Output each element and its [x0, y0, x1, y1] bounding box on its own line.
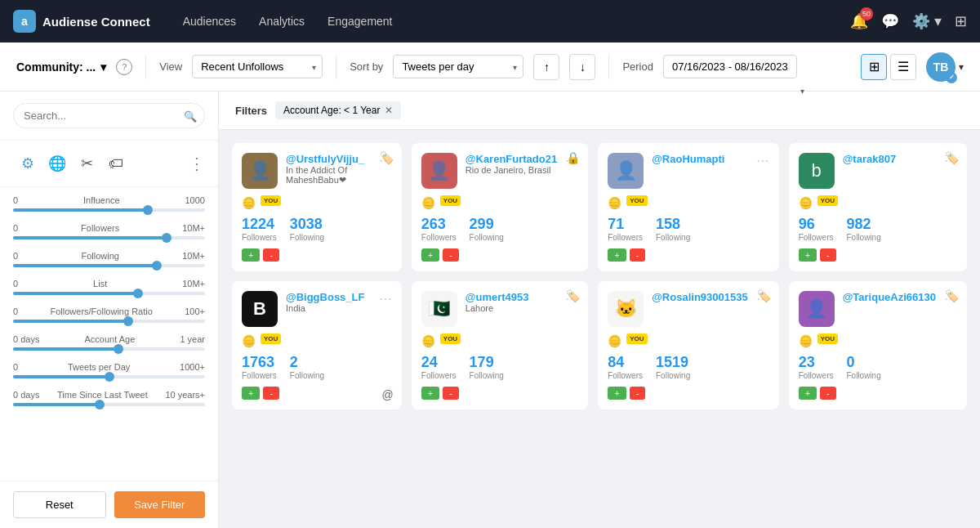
followers-label: Followers [799, 233, 834, 242]
notifications-button[interactable]: 🔔 50 [850, 12, 868, 30]
save-filter-button[interactable]: Save Filter [114, 491, 206, 518]
user-avatar[interactable]: TB ✓ [926, 52, 956, 82]
globe-icon[interactable]: 🌐 [42, 149, 72, 178]
followers-min: 0 [13, 223, 18, 233]
sort-select[interactable]: Tweets per day [393, 55, 523, 78]
ratio-thumb[interactable] [123, 316, 133, 326]
card: 👤 @RaoHumapti ⋯ 🪙 YOU 71 Followers 158 F [598, 143, 778, 271]
action-red-button[interactable]: - [443, 248, 459, 262]
followers-stat: 84 Followers [608, 354, 643, 380]
filter-tag-remove-icon[interactable]: ✕ [385, 105, 393, 116]
view-select[interactable]: Recent Unfollows [192, 55, 323, 78]
account-age-label: Account Age [85, 334, 136, 344]
followers-thumb[interactable] [162, 233, 172, 243]
card-header: 👤 @TariqueAzi66130 ⋯ [799, 291, 957, 327]
card-handle[interactable]: @umert4953 [466, 291, 557, 303]
card-actions: + - [799, 387, 957, 400]
grid-view-button[interactable]: ⊞ [861, 54, 887, 80]
divider-3 [608, 55, 609, 79]
action-green-button[interactable]: + [608, 387, 626, 400]
card: 🏷️ 👤 @TariqueAzi66130 ⋯ 🪙 YOU 23 Followe… [789, 281, 967, 409]
settings-button[interactable]: ⚙️ ▾ [912, 12, 942, 30]
tweets-per-day-slider-row: 0 Tweets per Day 1000+ [13, 362, 205, 378]
action-red-button[interactable]: - [630, 248, 646, 262]
logo-area[interactable]: a Audiense Connect [13, 10, 150, 33]
last-tweet-thumb[interactable] [95, 400, 105, 409]
card-handle[interactable]: @UrstfulyVijju_ [286, 153, 371, 165]
you-badge: YOU [261, 195, 281, 206]
at-icon: @ [382, 388, 394, 401]
card: 🏷️ b @tarak807 ⋯ 🪙 YOU 96 Followers [789, 143, 967, 271]
you-badge-row: 🪙 YOU [799, 195, 957, 209]
ratio-label: Followers/Following Ratio [51, 307, 153, 316]
card-header: b @tarak807 ⋯ [799, 153, 957, 189]
you-badge: YOU [626, 333, 647, 344]
action-green-button[interactable]: + [608, 248, 626, 262]
card-handle[interactable]: @RaoHumapti [652, 153, 747, 165]
influence-max: 1000 [185, 195, 205, 205]
scissors-icon[interactable]: ✂ [72, 149, 101, 178]
card-menu-icon[interactable]: ⋯ [379, 291, 392, 307]
you-badge-row: 🪙 YOU [608, 333, 768, 347]
card-handle[interactable]: @tarak807 [843, 153, 936, 165]
following-count: 0 [846, 354, 880, 371]
help-icon[interactable]: ? [116, 59, 132, 75]
tag-icon: 🏷️ [945, 151, 959, 164]
card-handle[interactable]: @Rosalin93001535 [652, 291, 747, 303]
followers-count: 263 [421, 216, 457, 233]
nav-engagement[interactable]: Engagement [327, 15, 392, 28]
tweets-per-day-label: Tweets per Day [68, 362, 130, 372]
action-red-button[interactable]: - [630, 387, 646, 400]
lock-icon: 🔒 [566, 151, 580, 164]
list-view-button[interactable]: ☰ [890, 54, 916, 80]
search-input[interactable] [13, 103, 205, 128]
card-info: @BiggBoss_LF India [286, 291, 371, 313]
following-count: 1519 [656, 354, 690, 371]
reset-button[interactable]: Reset [13, 491, 106, 518]
filters-label[interactable]: Filters [235, 105, 267, 117]
messages-button[interactable]: 💬 [881, 12, 899, 30]
community-selector[interactable]: Community: ... ▾ [16, 60, 106, 74]
action-green-button[interactable]: + [799, 387, 817, 400]
action-green-button[interactable]: + [421, 248, 439, 262]
account-age-thumb[interactable] [114, 344, 123, 354]
following-label: Following [846, 233, 880, 242]
nav-analytics[interactable]: Analytics [259, 15, 305, 28]
account-age-slider-row: 0 days Account Age 1 year [13, 334, 205, 351]
action-red-button[interactable]: - [820, 248, 836, 262]
sliders-icon[interactable]: ⚙ [13, 149, 42, 178]
card-handle[interactable]: @BiggBoss_LF [286, 291, 371, 303]
avatar-initials: TB [933, 60, 949, 74]
card-info: @Rosalin93001535 [652, 291, 747, 303]
list-thumb[interactable] [133, 289, 143, 298]
sort-desc-button[interactable]: ↓ [569, 54, 595, 80]
grid-menu-button[interactable]: ⊞ [955, 12, 967, 30]
card-menu-icon[interactable]: ⋯ [756, 153, 769, 168]
card-handle[interactable]: @TariqueAzi66130 [843, 291, 936, 303]
account-age-max: 1 year [180, 334, 205, 344]
card-avatar: B [242, 291, 278, 327]
following-label: Following [81, 251, 118, 261]
action-red-button[interactable]: - [443, 387, 459, 400]
nav-audiences[interactable]: Audiences [183, 15, 236, 28]
action-green-button[interactable]: + [421, 387, 439, 400]
tags-icon[interactable]: 🏷 [101, 149, 131, 178]
action-red-button[interactable]: - [263, 387, 279, 400]
card-stats: 1763 Followers 2 Following [242, 354, 392, 380]
action-green-button[interactable]: + [799, 248, 817, 262]
card-stats: 263 Followers 299 Following [421, 216, 578, 242]
card-handle[interactable]: @KarenFurtado21 [466, 153, 557, 165]
action-red-button[interactable]: - [820, 387, 836, 400]
influence-thumb[interactable] [143, 205, 153, 215]
more-dots-button[interactable]: ⋮ [189, 154, 205, 173]
followers-label: Followers [421, 233, 457, 242]
action-red-button[interactable]: - [263, 248, 279, 262]
action-green-button[interactable]: + [242, 248, 260, 262]
last-tweet-min: 0 days [13, 390, 39, 400]
search-icon: 🔍 [184, 110, 197, 122]
following-thumb[interactable] [152, 261, 162, 271]
tweets-per-day-thumb[interactable] [105, 372, 114, 382]
following-stat: 0 Following [846, 354, 880, 380]
sort-asc-button[interactable]: ↑ [533, 54, 559, 80]
action-green-button[interactable]: + [242, 387, 260, 400]
